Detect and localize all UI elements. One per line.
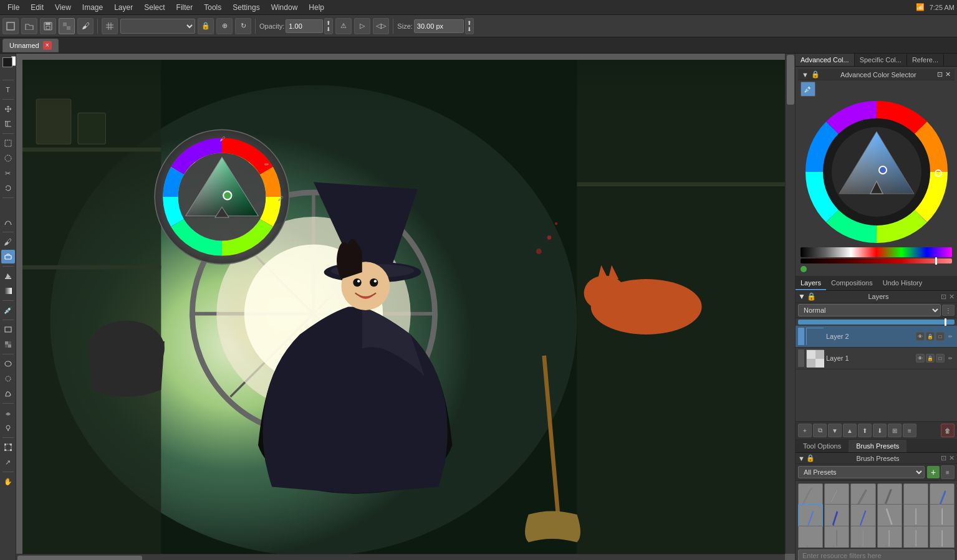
artwork-canvas[interactable] <box>22 60 785 554</box>
brush-preset-17[interactable]: T <box>903 526 928 548</box>
warning-button[interactable]: ⚠ <box>335 18 352 34</box>
new-button[interactable] <box>2 18 19 34</box>
tab-layers[interactable]: Layers <box>796 277 826 290</box>
tab-advanced-color[interactable]: Advanced Col... <box>796 54 855 66</box>
tab-reference[interactable]: Refere... <box>907 54 944 66</box>
rect-select-tool[interactable] <box>1 136 15 150</box>
menu-view[interactable]: View <box>50 2 76 13</box>
color-gradient-bar[interactable] <box>801 247 952 257</box>
paint-tool-icon[interactable]: 🖌 <box>77 18 94 34</box>
collapse-layer-btn[interactable]: ▲ <box>843 424 857 437</box>
brush-preset-13[interactable]: T <box>798 526 823 548</box>
preset-options-btn[interactable]: ≡ <box>941 465 955 479</box>
color-wheel-container[interactable] <box>798 98 955 246</box>
pan-tool[interactable]: ✋ <box>1 475 15 488</box>
menu-tools[interactable]: Tools <box>199 2 226 13</box>
crop-tool[interactable] <box>1 117 15 131</box>
text-tool[interactable]: T <box>1 83 15 97</box>
mirror-button[interactable]: ▷ <box>354 18 370 34</box>
float-icon[interactable]: ⊡ <box>937 70 943 78</box>
contiguous-select[interactable] <box>1 372 15 386</box>
layers-close-icon[interactable]: ✕ <box>949 293 955 301</box>
lasso-tool[interactable] <box>1 181 15 195</box>
layer-1-mask[interactable]: ✏ <box>946 354 955 363</box>
lock-button[interactable]: 🔒 <box>198 18 214 34</box>
layer-2-visibility[interactable]: 👁 <box>916 332 925 341</box>
menu-file[interactable]: File <box>2 2 24 13</box>
flatten-btn[interactable]: ≡ <box>903 424 916 437</box>
refresh-button[interactable]: ↻ <box>235 18 251 34</box>
canvas-area[interactable]: 🖌 ✏ 🖌 <box>16 54 795 560</box>
move-up-btn[interactable]: ⬆ <box>858 424 872 437</box>
blend-mode-dropdown[interactable]: Normal <box>120 19 195 34</box>
brush-preset-15[interactable]: T <box>850 526 875 548</box>
tab-tool-options[interactable]: Tool Options <box>796 440 849 452</box>
open-button[interactable] <box>21 18 37 34</box>
eyedropper-tool[interactable]: 💉 <box>1 303 15 317</box>
pattern-button[interactable] <box>59 18 75 34</box>
pen-tool[interactable] <box>1 201 15 214</box>
layer-row-2[interactable]: Layer 2 👁 🔒 □ ✏ <box>796 326 957 348</box>
hue-slider[interactable] <box>801 259 952 263</box>
layer-1-lock[interactable]: 🔒 <box>926 354 935 363</box>
merge-btn[interactable]: ⊞ <box>888 424 902 437</box>
copy-layer-btn[interactable]: ⧉ <box>813 424 827 437</box>
layer-row-1[interactable]: Layer 1 👁 🔒 □ ✏ <box>796 348 957 369</box>
doc-tab-close[interactable]: × <box>43 41 52 50</box>
layer-blend-mode-dropdown[interactable]: Normal Multiply Screen <box>798 304 941 316</box>
layer-1-extra[interactable]: □ <box>936 354 945 363</box>
layers-float-icon[interactable]: ⊡ <box>941 293 946 301</box>
layer-options-btn[interactable]: ⋮ <box>942 305 955 316</box>
menu-filter[interactable]: Filter <box>171 2 198 13</box>
brush-float-icon[interactable]: ⊡ <box>941 454 946 462</box>
freehand-shape[interactable] <box>1 387 15 401</box>
doc-tab-unnamed[interactable]: Unnamed × <box>2 39 59 52</box>
fill-tool[interactable] <box>1 269 15 283</box>
warp-tool[interactable]: ↗ <box>1 455 15 469</box>
foreground-color[interactable] <box>2 57 12 67</box>
menu-settings[interactable]: Settings <box>228 2 264 13</box>
color-wheel-widget[interactable] <box>805 100 948 244</box>
menu-window[interactable]: Window <box>266 2 303 13</box>
color-square-tool[interactable] <box>1 338 15 351</box>
eraser-tool[interactable] <box>1 250 15 263</box>
save-button[interactable] <box>40 18 56 34</box>
tab-compositions[interactable]: Compositions <box>826 277 878 290</box>
gradient-tool[interactable] <box>1 284 15 298</box>
layer-2-lock[interactable]: 🔒 <box>926 332 935 341</box>
rect-shape-tool[interactable] <box>1 323 15 336</box>
opacity-input[interactable] <box>286 19 323 33</box>
bezier-tool[interactable] <box>1 216 15 229</box>
move-down-btn[interactable]: ⬇ <box>873 424 887 437</box>
menu-layer[interactable]: Layer <box>109 2 138 13</box>
freehand-select-tool[interactable]: ✂ <box>1 166 15 180</box>
ellipse-select-tool[interactable] <box>1 151 15 165</box>
brush-search-input[interactable] <box>798 549 955 560</box>
paint-brush-tool[interactable]: 🖌 <box>1 235 15 249</box>
mirror2-button[interactable]: ◁▷ <box>373 18 389 34</box>
add-layer-btn[interactable]: + <box>798 424 812 437</box>
expand-layer-btn[interactable]: ▼ <box>828 424 842 437</box>
menu-help[interactable]: Help <box>304 2 329 13</box>
menu-image[interactable]: Image <box>77 2 108 13</box>
layer-1-visibility[interactable]: 👁 <box>916 354 925 363</box>
grid-button[interactable] <box>102 18 118 34</box>
tab-specific-color[interactable]: Specific Col... <box>855 54 907 66</box>
color-pipette[interactable]: 💉 <box>801 82 815 97</box>
delete-layer-btn[interactable]: 🗑 <box>941 424 955 437</box>
adv-color-header[interactable]: ▼ 🔒 Advanced Color Selector ⊡ ✕ <box>798 69 955 80</box>
move-tool[interactable] <box>1 102 15 116</box>
layer-2-mask[interactable]: ✏ <box>946 332 955 341</box>
canvas-scrollbar-vertical[interactable] <box>785 54 795 554</box>
size-input[interactable] <box>414 19 464 33</box>
menu-select[interactable]: Select <box>139 2 170 13</box>
opacity-spinner[interactable]: ⬆⬇ <box>324 18 333 34</box>
layer-2-extra[interactable]: □ <box>936 332 945 341</box>
brush-close-icon[interactable]: ✕ <box>949 454 955 462</box>
reset-button[interactable]: ⊕ <box>216 18 233 34</box>
transform-tool[interactable] <box>1 440 15 454</box>
menu-edit[interactable]: Edit <box>26 2 49 13</box>
dodge-tool[interactable] <box>1 421 15 435</box>
size-spinner[interactable]: ⬆⬇ <box>465 18 474 34</box>
tab-undo-history[interactable]: Undo History <box>878 277 928 290</box>
